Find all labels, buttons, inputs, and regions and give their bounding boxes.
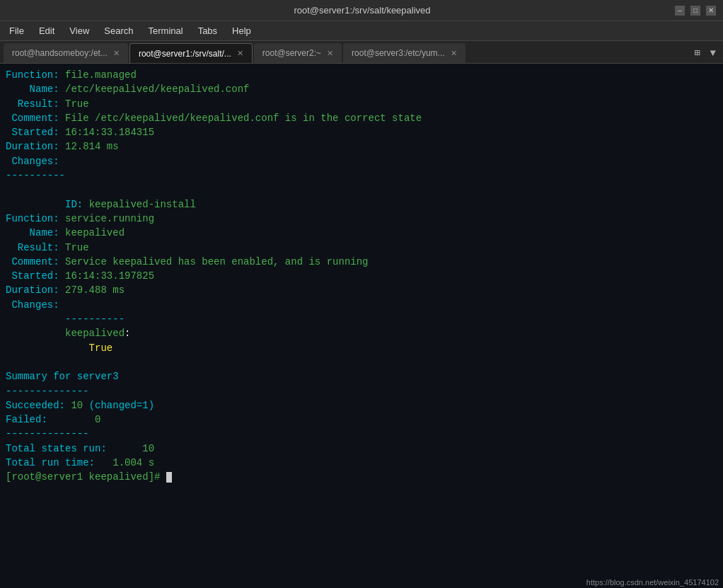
status-bar: https://blog.csdn.net/weixin_45174102 [582,577,723,588]
close-button[interactable]: ✕ [706,6,716,16]
terminal[interactable]: Function: file.managed Name: /etc/keepal… [0,64,723,588]
tab-2-close[interactable]: ✕ [327,49,333,58]
tab-2[interactable]: root@server2:~ ✕ [254,43,342,63]
tab-1-label: root@server1:/srv/salt/... [139,49,231,59]
menu-edit[interactable]: Edit [33,24,60,38]
tab-3-label: root@server3:/etc/yum... [352,48,445,58]
title-bar: root@server1:/srv/salt/keepalived – □ ✕ [0,0,723,21]
tab-bar: root@handsomeboy:/et... ✕ root@server1:/… [0,41,723,64]
new-tab-button[interactable]: ⊞ [690,45,703,60]
menu-help[interactable]: Help [226,24,257,38]
tab-menu-button[interactable]: ▼ [707,46,719,60]
menu-view[interactable]: View [64,24,95,38]
menu-file[interactable]: File [4,24,30,38]
menu-terminal[interactable]: Terminal [143,24,189,38]
tab-1[interactable]: root@server1:/srv/salt/... ✕ [129,43,253,63]
tab-3[interactable]: root@server3:/etc/yum... ✕ [343,43,465,63]
menu-tabs[interactable]: Tabs [192,24,223,38]
window-title: root@server1:/srv/salt/keepalived [50,5,675,16]
tab-0[interactable]: root@handsomeboy:/et... ✕ [4,43,128,63]
tab-0-close[interactable]: ✕ [113,49,120,58]
tab-3-close[interactable]: ✕ [451,49,457,58]
tab-actions: ⊞ ▼ [690,45,719,63]
tab-2-label: root@server2:~ [262,48,321,58]
window-controls[interactable]: – □ ✕ [675,6,716,16]
tab-1-close[interactable]: ✕ [237,49,243,58]
terminal-output: Function: file.managed Name: /etc/keepal… [6,68,717,485]
menu-bar: File Edit View Search Terminal Tabs Help [0,21,723,41]
tab-0-label: root@handsomeboy:/et... [12,48,108,58]
minimize-button[interactable]: – [675,6,685,16]
menu-search[interactable]: Search [98,24,139,38]
maximize-button[interactable]: □ [690,6,700,16]
